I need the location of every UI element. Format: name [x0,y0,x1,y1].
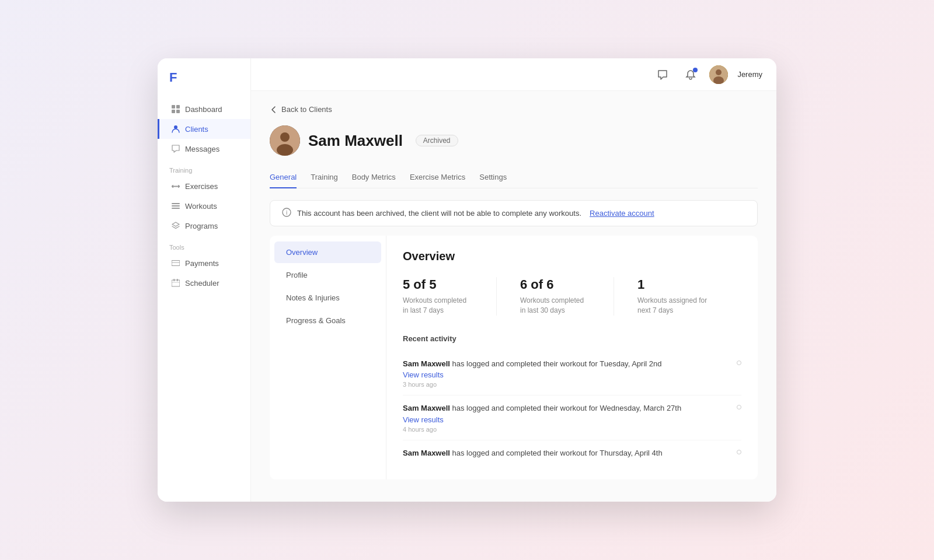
stat-value: 1 [637,277,708,292]
menu-item-overview[interactable]: Overview [274,242,381,263]
svg-rect-9 [173,186,178,187]
svg-rect-2 [172,110,175,113]
sidebar-label: Payments [185,259,219,268]
activity-dot [737,405,741,410]
activity-item: Sam Maxwell has logged and completed the… [403,440,741,466]
topbar: Jeremy [251,58,776,91]
avatar[interactable] [709,65,728,84]
svg-rect-14 [172,262,180,263]
stat-30days: 6 of 6 Workouts completed in last 30 day… [520,277,590,316]
svg-rect-1 [176,105,180,108]
view-results-link-2[interactable]: View results [403,415,681,424]
notification-dot [693,68,698,72]
stat-label: Workouts completed in last 30 days [520,296,590,316]
menu-item-notes[interactable]: Notes & Injuries [274,287,381,309]
tab-training[interactable]: Training [311,168,337,188]
layers-icon [171,221,180,230]
svg-rect-11 [172,205,180,206]
calendar-icon [171,278,180,288]
client-header: Sam Maxwell Archived [270,125,758,156]
status-badge: Archived [416,135,458,146]
sidebar-nav-programs[interactable]: Programs [158,216,250,236]
overview-panel: Overview 5 of 5 Workouts completed in la… [386,236,758,480]
chat-button[interactable] [653,65,672,84]
content-area: Back to Clients Sam Maxwell Archived Gen… [251,91,776,502]
sidebar-label: Programs [185,222,218,230]
activity-text: Sam Maxwell has logged and completed the… [403,358,661,370]
svg-point-4 [174,125,177,129]
sidebar-nav-payments[interactable]: Payments [158,253,250,273]
two-col-layout: Overview Profile Notes & Injuries Progre… [270,236,758,480]
user-icon [171,124,180,134]
activity-dot [737,450,741,454]
svg-text:i: i [286,209,287,216]
chevron-left-icon [270,106,278,114]
client-name: Sam Maxwell [308,132,403,150]
menu-item-progress[interactable]: Progress & Goals [274,310,381,331]
activity-time: 3 hours ago [403,381,661,388]
sidebar: F Dashboard Clients [158,58,251,502]
sidebar-nav-scheduler[interactable]: Scheduler [158,273,250,293]
stat-value: 6 of 6 [520,277,590,292]
reactivate-link[interactable]: Reactivate account [590,209,654,218]
stats-row: 5 of 5 Workouts completed in last 7 days… [403,277,741,316]
sidebar-label: Messages [185,145,219,153]
svg-rect-10 [172,203,180,204]
message-icon [171,144,180,153]
sidebar-nav-exercises[interactable]: Exercises [158,176,250,196]
tab-general[interactable]: General [270,168,297,188]
logo: F [158,70,250,99]
stat-label: Workouts completed in last 7 days [403,296,473,316]
card-icon [171,258,180,268]
section-menu: Overview Profile Notes & Injuries Progre… [270,236,386,480]
back-to-clients[interactable]: Back to Clients [270,105,758,114]
sidebar-label: Workouts [185,202,217,211]
sidebar-label: Dashboard [185,105,222,114]
menu-item-profile[interactable]: Profile [274,264,381,286]
svg-rect-12 [172,208,180,209]
grid-icon [171,104,180,114]
activity-text: Sam Maxwell has logged and completed the… [403,402,681,414]
sidebar-label: Clients [185,125,208,134]
alert-banner: i This account has been archived, the cl… [270,200,758,226]
dumbbell-icon [171,181,180,191]
tab-exercise-metrics[interactable]: Exercise Metrics [410,168,465,188]
main-area: Jeremy Back to Clients S [251,58,776,502]
activity-time: 4 hours ago [403,426,681,433]
svg-rect-7 [173,185,174,188]
sidebar-nav-clients[interactable]: Clients [158,119,250,139]
sidebar-label: Exercises [185,182,218,191]
svg-point-23 [277,144,293,156]
activity-text: Sam Maxwell has logged and completed the… [403,447,663,459]
tab-settings[interactable]: Settings [479,168,507,188]
svg-rect-15 [172,280,180,286]
view-results-link[interactable]: View results [403,370,661,379]
training-section-label: Training [158,159,250,176]
stat-7days: 5 of 5 Workouts completed in last 7 days [403,277,473,316]
svg-rect-8 [178,185,179,188]
sidebar-nav-dashboard[interactable]: Dashboard [158,99,250,119]
activity-item: Sam Maxwell has logged and completed the… [403,351,741,396]
svg-point-19 [716,69,722,75]
main-card: Overview Profile Notes & Injuries Progre… [270,236,758,480]
info-icon: i [282,208,291,219]
stat-next7: 1 Workouts assigned for next 7 days [637,277,708,316]
tools-section-label: Tools [158,236,250,253]
svg-point-22 [280,132,290,142]
activity-item: Sam Maxwell has logged and completed the… [403,396,741,440]
svg-rect-17 [177,279,178,281]
tab-body-metrics[interactable]: Body Metrics [352,168,396,188]
stat-value: 5 of 5 [403,277,473,292]
svg-rect-0 [172,105,175,108]
client-avatar [270,125,300,156]
sidebar-nav-workouts[interactable]: Workouts [158,196,250,216]
sidebar-label: Scheduler [185,279,219,288]
tabs: General Training Body Metrics Exercise M… [270,167,758,188]
overview-title: Overview [403,250,741,263]
app-window: F Dashboard Clients [158,58,776,502]
alert-text: This account has been archived, the clie… [297,209,581,218]
stat-divider [496,277,497,316]
sidebar-nav-messages[interactable]: Messages [158,139,250,159]
username: Jeremy [737,70,762,79]
notification-button[interactable] [681,65,700,84]
